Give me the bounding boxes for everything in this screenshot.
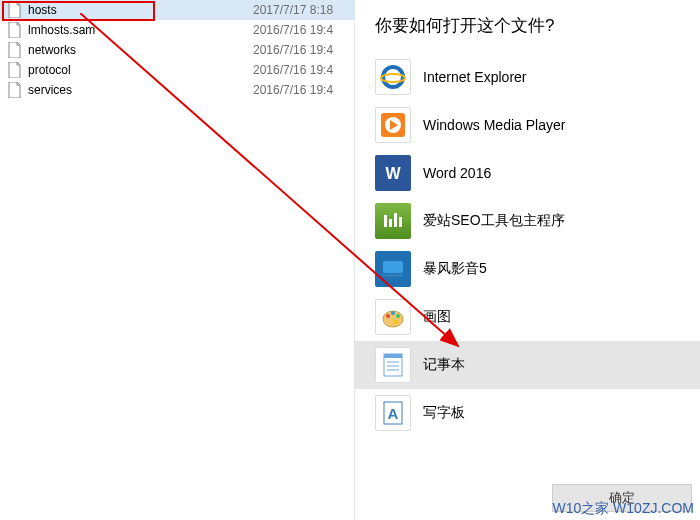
file-row[interactable]: protocol 2016/7/16 19:4 — [0, 60, 354, 80]
file-name-label: networks — [28, 43, 253, 57]
file-name-label: hosts — [28, 3, 253, 17]
svg-point-14 — [386, 314, 390, 318]
svg-rect-8 — [394, 213, 397, 227]
svg-point-17 — [394, 320, 398, 324]
svg-rect-9 — [399, 217, 402, 227]
ie-icon — [375, 59, 411, 95]
app-item-windows-media-player[interactable]: Windows Media Player — [375, 101, 680, 149]
file-row[interactable]: networks 2016/7/16 19:4 — [0, 40, 354, 60]
watermark-text: W10之家 W10ZJ.COM — [552, 500, 694, 518]
open-with-dialog: 你要如何打开这个文件? Internet Explorer Windows Me… — [355, 0, 700, 520]
svg-rect-6 — [384, 215, 387, 227]
app-label: Word 2016 — [423, 165, 491, 181]
app-item-internet-explorer[interactable]: Internet Explorer — [375, 53, 680, 101]
app-label: 暴风影音5 — [423, 260, 487, 278]
app-label: 记事本 — [423, 356, 465, 374]
file-date-label: 2016/7/16 19:4 — [253, 83, 333, 97]
file-date-label: 2017/7/17 8:18 — [253, 3, 333, 17]
svg-rect-7 — [389, 219, 392, 227]
file-name-label: protocol — [28, 63, 253, 77]
file-icon — [6, 42, 22, 58]
svg-point-0 — [383, 67, 403, 87]
paint-icon — [375, 299, 411, 335]
file-row[interactable]: hosts 2017/7/17 8:18 — [0, 0, 354, 20]
app-item-wordpad[interactable]: A 写字板 — [375, 389, 680, 437]
file-row[interactable]: lmhosts.sam 2016/7/16 19:4 — [0, 20, 354, 40]
app-item-word-2016[interactable]: W Word 2016 — [375, 149, 680, 197]
file-icon — [6, 82, 22, 98]
file-date-label: 2016/7/16 19:4 — [253, 63, 333, 77]
app-item-storm-player[interactable]: 暴风影音5 — [375, 245, 680, 293]
wordpad-icon: A — [375, 395, 411, 431]
word-icon: W — [375, 155, 411, 191]
svg-point-16 — [396, 314, 400, 318]
file-list-panel: hosts 2017/7/17 8:18 lmhosts.sam 2016/7/… — [0, 0, 355, 520]
app-label: 写字板 — [423, 404, 465, 422]
app-item-seo-tool[interactable]: 爱站SEO工具包主程序 — [375, 197, 680, 245]
app-label: Internet Explorer — [423, 69, 527, 85]
svg-point-15 — [391, 311, 395, 315]
file-icon — [6, 22, 22, 38]
svg-rect-12 — [383, 274, 403, 277]
storm-icon — [375, 251, 411, 287]
file-row[interactable]: services 2016/7/16 19:4 — [0, 80, 354, 100]
file-icon — [6, 62, 22, 78]
file-date-label: 2016/7/16 19:4 — [253, 23, 333, 37]
file-name-label: lmhosts.sam — [28, 23, 253, 37]
svg-rect-11 — [383, 261, 403, 273]
file-date-label: 2016/7/16 19:4 — [253, 43, 333, 57]
svg-text:W: W — [385, 165, 401, 182]
app-item-notepad[interactable]: 记事本 — [355, 341, 700, 389]
app-label: 爱站SEO工具包主程序 — [423, 212, 565, 230]
wmp-icon — [375, 107, 411, 143]
app-list: Internet Explorer Windows Media Player W… — [355, 53, 700, 437]
app-label: 画图 — [423, 308, 451, 326]
app-label: Windows Media Player — [423, 117, 565, 133]
file-icon — [6, 2, 22, 18]
svg-rect-19 — [384, 354, 402, 358]
notepad-icon — [375, 347, 411, 383]
file-name-label: services — [28, 83, 253, 97]
app-item-paint[interactable]: 画图 — [375, 293, 680, 341]
seo-icon — [375, 203, 411, 239]
dialog-title: 你要如何打开这个文件? — [355, 0, 700, 53]
svg-text:A: A — [388, 405, 399, 422]
